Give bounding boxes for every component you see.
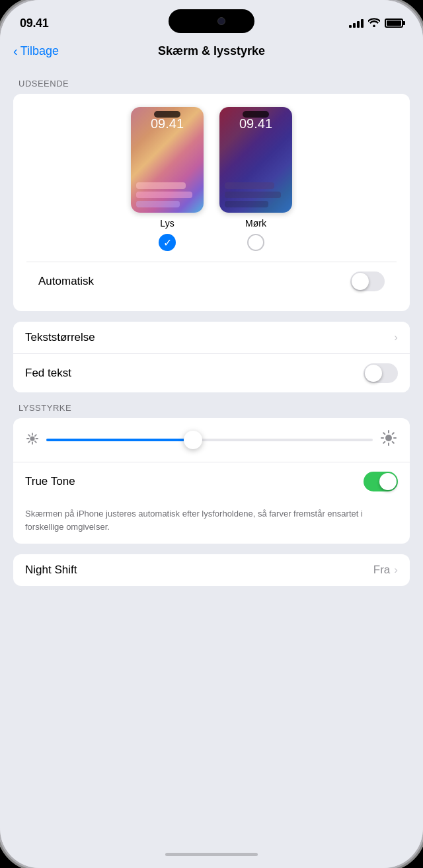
toggle-thumb: [379, 473, 397, 490]
signal-bar-4: [361, 19, 364, 28]
home-indicator: [0, 846, 423, 868]
brightness-card: True Tone Skærmen på iPhone justeres aut…: [13, 418, 410, 544]
preview-time-light: 09.41: [131, 116, 204, 131]
back-button[interactable]: ‹ Tilbage: [13, 44, 59, 59]
preview-bar: [136, 182, 186, 189]
chevron-right-icon: ›: [394, 563, 398, 577]
front-camera: [217, 17, 225, 25]
svg-line-6: [35, 441, 36, 443]
text-card: Tekststørrelse › Fed tekst: [13, 322, 410, 392]
appearance-section-label: UDSEENDE: [19, 79, 404, 89]
appearance-option-light[interactable]: 09.41 Lys ✓: [131, 107, 204, 251]
checkmark-icon: ✓: [163, 236, 172, 249]
light-preview: 09.41: [131, 107, 204, 213]
status-time: 09.41: [20, 17, 49, 30]
dark-label: Mørk: [245, 218, 266, 229]
svg-line-15: [393, 442, 394, 443]
page-title: Skærm & lysstyrke: [158, 44, 265, 58]
text-size-row[interactable]: Tekststørrelse ›: [13, 322, 410, 353]
preview-bars-light: [131, 177, 204, 213]
phone-frame: 09.41 ‹ Tilbage: [0, 0, 423, 868]
bold-text-row[interactable]: Fed tekst: [13, 354, 410, 392]
bold-text-label: Fed tekst: [25, 367, 71, 380]
brightness-slider[interactable]: [46, 439, 373, 441]
brightness-dim-icon: [26, 433, 38, 447]
chevron-right-icon: ›: [394, 331, 398, 344]
preview-bar: [136, 201, 180, 207]
svg-point-0: [30, 436, 34, 441]
true-tone-row[interactable]: True Tone: [13, 462, 410, 501]
night-shift-card: Night Shift Fra ›: [13, 554, 410, 586]
light-label: Lys: [160, 218, 174, 229]
bold-toggle[interactable]: [364, 363, 398, 383]
brightness-bright-icon: [381, 430, 397, 450]
svg-line-7: [35, 435, 36, 436]
text-size-label: Tekststørrelse: [25, 331, 95, 344]
svg-line-14: [383, 433, 385, 434]
night-shift-value: Fra: [373, 563, 391, 577]
brightness-slider-row: [26, 430, 397, 450]
brightness-section-label: LYSSTYRKE: [19, 403, 404, 413]
toggle-thumb: [365, 365, 382, 382]
svg-point-9: [385, 435, 392, 441]
automatic-label: Automatisk: [38, 275, 94, 288]
appearance-option-dark[interactable]: 09.41 Mørk: [219, 107, 292, 251]
appearance-options: 09.41 Lys ✓: [26, 107, 397, 251]
home-bar: [165, 853, 258, 856]
status-icons: [349, 18, 403, 29]
toggle-thumb: [352, 273, 369, 290]
svg-line-5: [28, 435, 30, 436]
battery-icon: [385, 18, 403, 28]
signal-bar-2: [353, 23, 356, 28]
preview-bar: [225, 192, 281, 198]
battery-fill: [387, 20, 401, 26]
back-label: Tilbage: [20, 44, 59, 58]
night-shift-value-area: Fra ›: [373, 563, 398, 577]
nav-bar: ‹ Tilbage Skærm & lysstyrke: [0, 40, 423, 68]
slider-fill: [46, 439, 193, 441]
true-tone-description: Skærmen på iPhone justeres automatisk ef…: [13, 501, 410, 544]
signal-bar-3: [357, 21, 360, 28]
preview-bar: [225, 201, 268, 207]
slider-thumb[interactable]: [184, 431, 202, 449]
content-area: UDSEENDE 09.41: [0, 68, 423, 846]
svg-line-8: [28, 441, 30, 443]
dark-radio[interactable]: [247, 234, 264, 251]
svg-line-16: [393, 433, 394, 434]
signal-icon: [349, 18, 364, 28]
automatic-toggle[interactable]: [350, 271, 385, 291]
true-tone-toggle[interactable]: [364, 472, 398, 491]
preview-bar: [136, 192, 192, 198]
dynamic-island: [169, 9, 254, 33]
brightness-slider-area: [13, 418, 410, 462]
light-radio[interactable]: ✓: [159, 234, 176, 251]
dark-preview: 09.41: [219, 107, 292, 213]
wifi-icon: [368, 18, 380, 29]
preview-bars-dark: [219, 177, 292, 213]
svg-line-17: [383, 442, 385, 443]
back-chevron-icon: ‹: [13, 44, 18, 59]
preview-bar: [225, 182, 274, 189]
automatic-row[interactable]: Automatisk: [26, 262, 397, 301]
signal-bar-1: [349, 25, 352, 28]
appearance-card: 09.41 Lys ✓: [13, 94, 410, 311]
night-shift-label: Night Shift: [25, 563, 77, 577]
preview-time-dark: 09.41: [219, 116, 292, 131]
screen: 09.41 ‹ Tilbage: [0, 0, 423, 868]
true-tone-label: True Tone: [25, 475, 75, 488]
night-shift-row[interactable]: Night Shift Fra ›: [13, 554, 410, 586]
